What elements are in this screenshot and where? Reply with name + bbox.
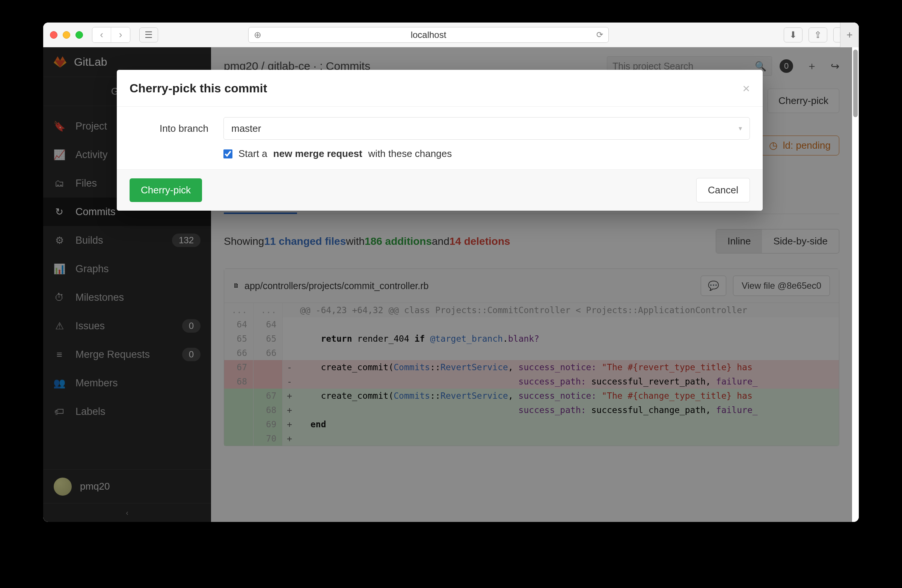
branch-label: Into branch [130, 123, 208, 134]
modal-title: Cherry-pick this commit [130, 81, 267, 95]
address-text: localhost [249, 30, 608, 40]
window-controls [50, 31, 83, 39]
mr-text-bold: new merge request [273, 148, 362, 160]
selected-branch: master [231, 123, 261, 134]
new-tab-button[interactable]: + [840, 22, 859, 47]
browser-window: ‹ › ☰ ⊕ localhost ⟳ ⬇ ⇪ ⧉ + [43, 22, 859, 522]
close-icon[interactable]: × [742, 81, 750, 96]
back-button[interactable]: ‹ [92, 27, 111, 42]
downloads-icon[interactable]: ⬇ [784, 27, 802, 42]
submit-cherry-pick-button[interactable]: Cherry-pick [130, 178, 202, 202]
browser-titlebar: ‹ › ☰ ⊕ localhost ⟳ ⬇ ⇪ ⧉ [43, 22, 859, 47]
close-window-icon[interactable] [50, 31, 58, 39]
zoom-window-icon[interactable] [75, 31, 83, 39]
address-bar[interactable]: ⊕ localhost ⟳ [248, 27, 609, 43]
chevron-down-icon: ▾ [739, 124, 742, 133]
cancel-button[interactable]: Cancel [696, 178, 750, 202]
scrollbar[interactable] [853, 50, 858, 117]
share-icon[interactable]: ⇪ [808, 27, 827, 42]
mr-text-suffix: with these changes [368, 148, 452, 160]
reload-icon[interactable]: ⟳ [596, 30, 603, 40]
sidebar-toggle-icon[interactable]: ☰ [139, 27, 158, 42]
target-branch-select[interactable]: master ▾ [224, 117, 750, 140]
forward-button[interactable]: › [111, 27, 130, 42]
mr-checkbox-input[interactable] [224, 149, 232, 158]
minimize-window-icon[interactable] [63, 31, 70, 39]
cherry-pick-modal: Cherry-pick this commit × Into branch ma… [117, 70, 763, 211]
mr-text-prefix: Start a [238, 148, 267, 160]
add-bookmark-icon[interactable]: ⊕ [254, 30, 262, 40]
start-merge-request-checkbox[interactable]: Start a new merge request with these cha… [224, 148, 750, 160]
